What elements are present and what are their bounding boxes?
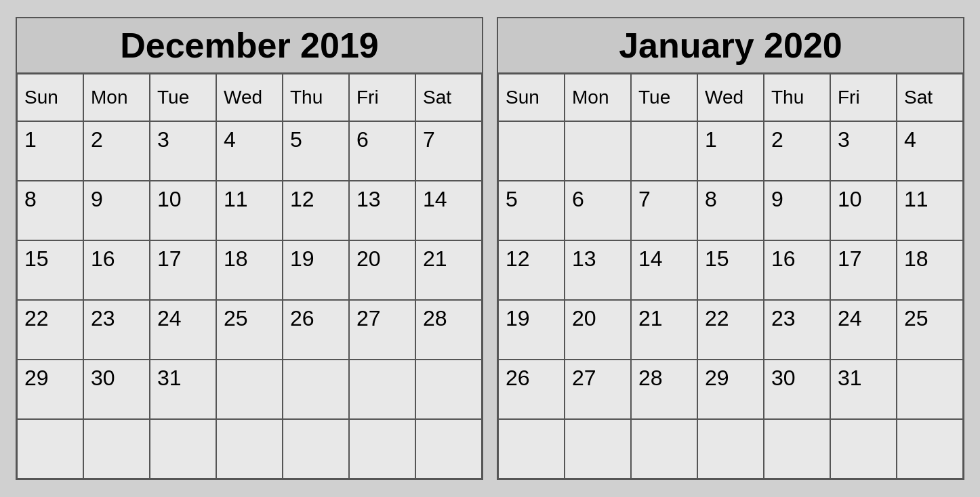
- jan-w3-sun: 12: [498, 240, 565, 300]
- dec-w3-sat: 21: [415, 240, 482, 300]
- jan-w5-tue: 28: [631, 360, 697, 419]
- jan-w6-wed: [697, 419, 764, 479]
- dec-w6-wed: [216, 419, 283, 479]
- dec-w2-mon: 9: [83, 181, 150, 240]
- jan-w4-sun: 19: [498, 300, 565, 360]
- jan-w4-sat: 25: [897, 300, 963, 360]
- dec-w1-thu: 5: [283, 121, 349, 181]
- jan-w4-wed: 22: [697, 300, 764, 360]
- dec-w1-wed: 4: [216, 121, 283, 181]
- jan-w3-mon: 13: [565, 240, 631, 300]
- jan-w3-thu: 16: [764, 240, 830, 300]
- jan-w3-sat: 18: [897, 240, 963, 300]
- dec-w3-fri: 20: [349, 240, 415, 300]
- jan-w1-sat: 4: [897, 121, 963, 181]
- dec-w5-sun: 29: [17, 360, 83, 419]
- dec-w6-thu: [283, 419, 349, 479]
- dec-w3-sun: 15: [17, 240, 83, 300]
- jan-w4-thu: 23: [764, 300, 830, 360]
- dec-w4-sun: 22: [17, 300, 83, 360]
- december-calendar: December 2019 Sun Mon Tue Wed Thu Fri Sa…: [16, 17, 483, 480]
- dec-w1-tue: 3: [150, 121, 216, 181]
- dec-w4-sat: 28: [415, 300, 482, 360]
- jan-w2-mon: 6: [565, 181, 631, 240]
- jan-w6-mon: [565, 419, 631, 479]
- dec-w5-mon: 30: [83, 360, 150, 419]
- jan-w5-fri: 31: [830, 360, 897, 419]
- january-title: January 2020: [498, 18, 963, 74]
- dec-header-thu: Thu: [283, 74, 349, 121]
- dec-w5-wed: [216, 360, 283, 419]
- dec-w4-thu: 26: [283, 300, 349, 360]
- jan-w3-tue: 14: [631, 240, 697, 300]
- dec-w5-thu: [283, 360, 349, 419]
- dec-w2-tue: 10: [150, 181, 216, 240]
- dec-w2-thu: 12: [283, 181, 349, 240]
- dec-w1-mon: 2: [83, 121, 150, 181]
- december-grid: Sun Mon Tue Wed Thu Fri Sat 1 2 3 4 5 6 …: [17, 74, 482, 479]
- calendar-separator: [483, 17, 497, 480]
- jan-w1-mon: [565, 121, 631, 181]
- dec-w2-sun: 8: [17, 181, 83, 240]
- jan-header-mon: Mon: [565, 74, 631, 121]
- jan-header-sun: Sun: [498, 74, 565, 121]
- calendars-wrapper: December 2019 Sun Mon Tue Wed Thu Fri Sa…: [9, 10, 971, 487]
- jan-w5-wed: 29: [697, 360, 764, 419]
- dec-w2-sat: 14: [415, 181, 482, 240]
- january-grid: Sun Mon Tue Wed Thu Fri Sat 1 2 3 4 5 6 …: [498, 74, 963, 479]
- dec-w4-wed: 25: [216, 300, 283, 360]
- jan-w3-wed: 15: [697, 240, 764, 300]
- dec-w2-fri: 13: [349, 181, 415, 240]
- jan-w5-sat: [897, 360, 963, 419]
- dec-w6-mon: [83, 419, 150, 479]
- jan-w2-thu: 9: [764, 181, 830, 240]
- january-calendar: January 2020 Sun Mon Tue Wed Thu Fri Sat…: [497, 17, 964, 480]
- jan-w6-thu: [764, 419, 830, 479]
- jan-header-fri: Fri: [830, 74, 897, 121]
- jan-w5-mon: 27: [565, 360, 631, 419]
- dec-header-sun: Sun: [17, 74, 83, 121]
- jan-header-tue: Tue: [631, 74, 697, 121]
- jan-w2-sat: 11: [897, 181, 963, 240]
- dec-w6-fri: [349, 419, 415, 479]
- dec-w3-thu: 19: [283, 240, 349, 300]
- dec-w5-sat: [415, 360, 482, 419]
- jan-w5-thu: 30: [764, 360, 830, 419]
- jan-header-sat: Sat: [897, 74, 963, 121]
- dec-header-mon: Mon: [83, 74, 150, 121]
- dec-header-wed: Wed: [216, 74, 283, 121]
- dec-w4-mon: 23: [83, 300, 150, 360]
- dec-w4-tue: 24: [150, 300, 216, 360]
- jan-w6-fri: [830, 419, 897, 479]
- dec-w3-wed: 18: [216, 240, 283, 300]
- jan-header-wed: Wed: [697, 74, 764, 121]
- jan-w1-sun: [498, 121, 565, 181]
- jan-w1-wed: 1: [697, 121, 764, 181]
- dec-w6-sun: [17, 419, 83, 479]
- jan-w1-fri: 3: [830, 121, 897, 181]
- december-title: December 2019: [17, 18, 482, 74]
- dec-w1-fri: 6: [349, 121, 415, 181]
- jan-w1-thu: 2: [764, 121, 830, 181]
- jan-w4-tue: 21: [631, 300, 697, 360]
- jan-w2-wed: 8: [697, 181, 764, 240]
- dec-w1-sun: 1: [17, 121, 83, 181]
- dec-w3-tue: 17: [150, 240, 216, 300]
- dec-w4-fri: 27: [349, 300, 415, 360]
- dec-header-tue: Tue: [150, 74, 216, 121]
- jan-w5-sun: 26: [498, 360, 565, 419]
- dec-w3-mon: 16: [83, 240, 150, 300]
- dec-w2-wed: 11: [216, 181, 283, 240]
- jan-w2-tue: 7: [631, 181, 697, 240]
- jan-w6-sun: [498, 419, 565, 479]
- dec-w6-sat: [415, 419, 482, 479]
- jan-w2-fri: 10: [830, 181, 897, 240]
- dec-w1-sat: 7: [415, 121, 482, 181]
- dec-header-sat: Sat: [415, 74, 482, 121]
- dec-w5-fri: [349, 360, 415, 419]
- dec-header-fri: Fri: [349, 74, 415, 121]
- dec-w5-tue: 31: [150, 360, 216, 419]
- jan-w1-tue: [631, 121, 697, 181]
- jan-w3-fri: 17: [830, 240, 897, 300]
- jan-w6-tue: [631, 419, 697, 479]
